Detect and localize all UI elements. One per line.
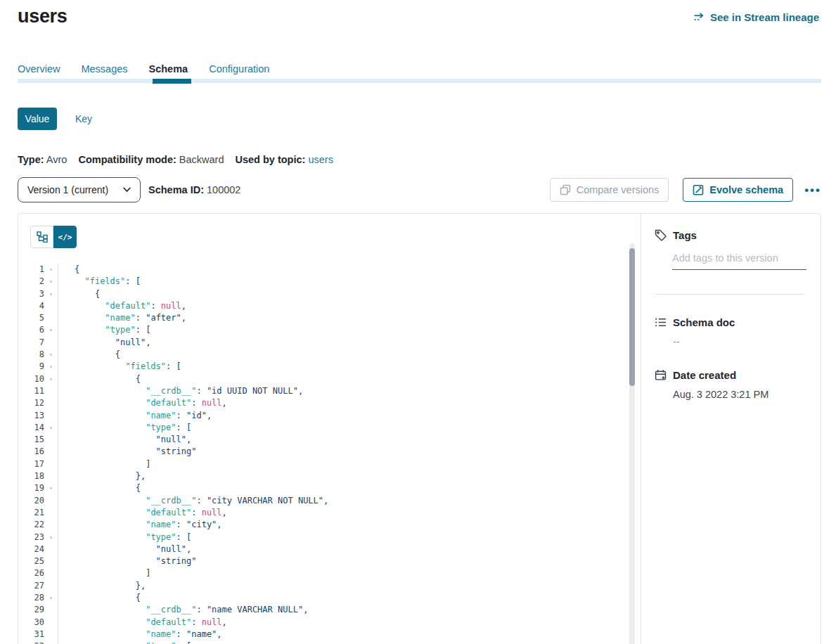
- evolve-schema-label: Evolve schema: [709, 184, 783, 195]
- line-number: 16: [18, 446, 44, 458]
- code-line: 32▾ "type": [: [18, 640, 631, 644]
- tags-title: Tags: [673, 229, 697, 241]
- code-line: 14▾ "type": [: [18, 422, 631, 434]
- used-by-topic-field: Used by topic: users: [235, 154, 333, 165]
- code-line: 16 "string": [18, 446, 631, 458]
- evolve-schema-button[interactable]: Evolve schema: [683, 178, 793, 202]
- code-text: {: [58, 264, 79, 276]
- chevron-down-icon: [123, 187, 131, 193]
- code-text: "name": "city",: [58, 519, 222, 531]
- more-options-button[interactable]: •••: [804, 184, 821, 196]
- code-line: 21 "default": null,: [18, 507, 631, 519]
- fold-arrow-icon[interactable]: ▾: [44, 349, 58, 361]
- code-line: 27 },: [18, 580, 631, 592]
- line-number: 10: [18, 373, 44, 385]
- code-line: 20 "__crdb__": "city VARCHAR NOT NULL",: [18, 495, 631, 507]
- code-text: "name": "after",: [58, 312, 186, 324]
- fold-arrow-icon[interactable]: ▾: [44, 276, 58, 288]
- code-line: 9▾ "fields": [: [18, 361, 631, 373]
- fold-spacer: [44, 617, 58, 629]
- fold-spacer: [44, 458, 58, 470]
- line-number: 31: [18, 629, 44, 640]
- schema-page: users See in Stream lineage Overview Mes…: [0, 0, 836, 644]
- toolbar-actions: Compare versions Evolve schema •••: [550, 178, 821, 202]
- tab-schema[interactable]: Schema: [149, 63, 188, 75]
- code-text: },: [58, 470, 146, 482]
- code-text: "name": "id",: [58, 410, 212, 422]
- list-icon: [655, 316, 667, 328]
- schema-id-value: 100002: [207, 184, 240, 195]
- code-line: 23▾ "type": [: [18, 532, 631, 543]
- code-line: 19▾ {: [18, 482, 631, 494]
- code-text: "type": [: [58, 324, 150, 336]
- code-text: "__crdb__": "city VARCHAR NOT NULL",: [58, 495, 328, 507]
- line-number: 32: [18, 640, 44, 644]
- code-text: {: [58, 482, 141, 494]
- code-line: 25 "string": [18, 555, 631, 567]
- compare-versions-button[interactable]: Compare versions: [550, 178, 669, 202]
- editor-scrollbar-thumb[interactable]: [629, 248, 635, 386]
- used-by-topic-label: Used by topic:: [235, 154, 305, 165]
- fold-spacer: [44, 446, 58, 458]
- key-toggle-button[interactable]: Key: [67, 108, 101, 130]
- editor-view-toggle: </>: [30, 226, 77, 248]
- schema-meta: Type: Avro Compatibility mode: Backward …: [18, 154, 333, 165]
- version-select[interactable]: Version 1 (current): [18, 177, 141, 202]
- code-text: {: [58, 592, 141, 604]
- fold-arrow-icon[interactable]: ▾: [44, 373, 58, 385]
- code-line: 15 "null",: [18, 434, 631, 446]
- line-number: 9: [18, 361, 44, 373]
- fold-arrow-icon[interactable]: ▾: [44, 422, 58, 434]
- schema-doc-section: Schema doc --: [655, 316, 806, 347]
- fold-spacer: [44, 495, 58, 507]
- code-text: "null",: [58, 434, 191, 446]
- line-number: 1: [18, 264, 44, 276]
- code-line: 28▾ {: [18, 592, 631, 604]
- tab-active-indicator: [153, 79, 191, 84]
- tab-messages[interactable]: Messages: [81, 63, 127, 75]
- fold-arrow-icon[interactable]: ▾: [44, 288, 58, 300]
- fold-arrow-icon[interactable]: ▾: [44, 532, 58, 543]
- fold-arrow-icon[interactable]: ▾: [44, 324, 58, 336]
- tab-configuration[interactable]: Configuration: [209, 63, 269, 75]
- tree-view-button[interactable]: [30, 226, 53, 248]
- tab-overview[interactable]: Overview: [18, 63, 60, 75]
- fold-spacer: [44, 507, 58, 519]
- add-tags-input[interactable]: [672, 252, 806, 270]
- value-toggle-button[interactable]: Value: [18, 108, 57, 130]
- code-line: 11 "__crdb__": "id UUID NOT NULL",: [18, 385, 631, 397]
- editor-scrollbar-track[interactable]: [629, 243, 635, 644]
- schema-card: </> 1▾{2▾ "fields": [3▾ {4 "default": nu…: [18, 213, 821, 644]
- stream-lineage-link[interactable]: See in Stream lineage: [693, 11, 819, 23]
- code-text: "__crdb__": "name VARCHAR NULL",: [58, 604, 308, 616]
- value-key-toggle: Value Key: [18, 108, 101, 130]
- code-line: 3▾ {: [18, 288, 631, 300]
- fold-arrow-icon[interactable]: ▾: [44, 361, 58, 373]
- code-text: "type": [: [58, 640, 191, 644]
- schema-code-editor: </> 1▾{2▾ "fields": [3▾ {4 "default": nu…: [18, 214, 641, 644]
- fold-arrow-icon[interactable]: ▾: [44, 640, 58, 644]
- tag-icon: [655, 229, 667, 241]
- type-label: Type:: [18, 154, 44, 165]
- calendar-plus-icon: [655, 369, 667, 381]
- code-line: 18 },: [18, 470, 631, 482]
- code-view-button[interactable]: </>: [53, 226, 77, 248]
- line-number: 30: [18, 617, 44, 629]
- fold-arrow-icon[interactable]: ▾: [44, 482, 58, 494]
- sidebar-divider: [655, 294, 805, 295]
- line-number: 18: [18, 470, 44, 482]
- code-text: },: [58, 580, 146, 592]
- date-created-title: Date created: [673, 369, 736, 381]
- fold-arrow-icon[interactable]: ▾: [44, 592, 58, 604]
- code-text: "default": null,: [58, 397, 227, 409]
- line-number: 11: [18, 385, 44, 397]
- fold-arrow-icon[interactable]: ▾: [44, 264, 58, 276]
- line-number: 27: [18, 580, 44, 592]
- line-number: 26: [18, 567, 44, 579]
- compatibility-value: Backward: [179, 154, 224, 165]
- schema-id-field: Schema ID: 100002: [148, 184, 240, 195]
- code-line: 6▾ "type": [: [18, 324, 631, 336]
- code-line: 12 "default": null,: [18, 397, 631, 409]
- topic-link[interactable]: users: [308, 154, 333, 165]
- line-number: 21: [18, 507, 44, 519]
